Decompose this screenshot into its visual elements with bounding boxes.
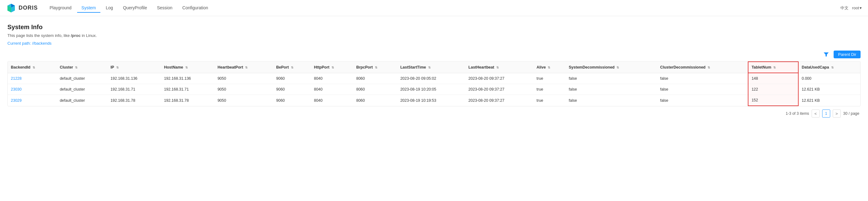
nav-configuration[interactable]: Configuration <box>178 3 213 13</box>
cell-datausedcapa-0: 0.000 <box>798 73 860 84</box>
table-row: 23030default_cluster192.168.31.71192.168… <box>8 84 860 95</box>
col-header-datausedcapa[interactable]: DataUsedCapa ⇅ <box>798 62 860 73</box>
cell-clusterdecommissioned-1: false <box>657 84 748 95</box>
cell-tabletnum-1: 122 <box>748 84 798 95</box>
cell-systemdecommissioned-2: false <box>566 95 657 106</box>
cell-datausedcapa-1: 12.621 KB <box>798 84 860 95</box>
cell-ip-2: 192.168.31.78 <box>107 95 161 106</box>
filter-button[interactable] <box>822 50 831 59</box>
cell-beport-0: 9060 <box>273 73 311 84</box>
cell-alive-0: true <box>533 73 566 84</box>
username: root <box>852 6 859 10</box>
brand-name: DORIS <box>19 5 38 11</box>
cell-backendid-0[interactable]: 21228 <box>8 73 57 84</box>
cell-backendid-2[interactable]: 23029 <box>8 95 57 106</box>
cell-datausedcapa-2: 12.621 KB <box>798 95 860 106</box>
col-header-systemdecommissioned[interactable]: SystemDecommissioned ⇅ <box>566 62 657 73</box>
sort-icon: ⇅ <box>496 66 499 69</box>
cell-cluster-2: default_cluster <box>57 95 107 106</box>
sort-icon: ⇅ <box>616 66 619 69</box>
nav-session[interactable]: Session <box>153 3 177 13</box>
cell-heartbeatport-1: 9050 <box>214 84 273 95</box>
cell-lastheartbeat-2: 2023-08-20 09:37:27 <box>465 95 533 106</box>
cell-brpcport-2: 8060 <box>353 95 397 106</box>
sort-icon: ⇅ <box>708 66 710 69</box>
nav-system[interactable]: System <box>77 3 100 13</box>
col-header-brpcport[interactable]: BrpcPort ⇅ <box>353 62 397 73</box>
cell-laststarttime-0: 2023-08-20 09:05:02 <box>397 73 465 84</box>
col-header-ip[interactable]: IP ⇅ <box>107 62 161 73</box>
cell-systemdecommissioned-1: false <box>566 84 657 95</box>
sort-icon: ⇅ <box>116 66 119 69</box>
cell-systemdecommissioned-0: false <box>566 73 657 84</box>
sort-icon: ⇅ <box>831 66 834 69</box>
logo-icon <box>6 3 16 13</box>
cell-hostname-0: 192.168.31.136 <box>161 73 214 84</box>
nav-playground[interactable]: Playground <box>45 3 76 13</box>
col-header-tabletnum[interactable]: TabletNum ⇅ <box>748 62 798 73</box>
parent-dir-button[interactable]: Parent Dir <box>834 51 861 58</box>
cell-backendid-1[interactable]: 23030 <box>8 84 57 95</box>
cell-beport-1: 9060 <box>273 84 311 95</box>
language-switcher[interactable]: 中文 <box>840 5 848 11</box>
page-title: System Info <box>7 24 861 31</box>
col-header-lastheartbeat[interactable]: LastHeartbeat ⇅ <box>465 62 533 73</box>
cell-lastheartbeat-1: 2023-08-20 09:37:27 <box>465 84 533 95</box>
page-description: This page lists the system info, like /p… <box>7 33 861 38</box>
col-header-httpport[interactable]: HttpPort ⇅ <box>311 62 353 73</box>
col-header-clusterdecommissioned[interactable]: ClusterDecommissioned ⇅ <box>657 62 748 73</box>
sort-icon: ⇅ <box>375 66 377 69</box>
next-page-button[interactable]: > <box>833 110 841 118</box>
data-table-wrap: BackendId ⇅ Cluster ⇅ IP ⇅ HostName ⇅ He… <box>7 61 861 106</box>
cell-hostname-1: 192.168.31.71 <box>161 84 214 95</box>
cell-ip-0: 192.168.31.136 <box>107 73 161 84</box>
col-header-cluster[interactable]: Cluster ⇅ <box>57 62 107 73</box>
cell-httpport-0: 8040 <box>311 73 353 84</box>
table-row: 21228default_cluster192.168.31.136192.16… <box>8 73 860 84</box>
table-row: 23029default_cluster192.168.31.78192.168… <box>8 95 860 106</box>
prev-page-button[interactable]: < <box>812 110 820 118</box>
cell-brpcport-0: 8060 <box>353 73 397 84</box>
nav-queryprofile[interactable]: QueryProfile <box>119 3 152 13</box>
header-row: BackendId ⇅ Cluster ⇅ IP ⇅ HostName ⇅ He… <box>8 62 860 73</box>
page-size-selector[interactable]: 30 / page <box>843 111 859 116</box>
toolbar-row: Parent Dir <box>7 50 861 59</box>
nav-log[interactable]: Log <box>102 3 117 13</box>
cell-ip-1: 192.168.31.71 <box>107 84 161 95</box>
sort-icon: ⇅ <box>75 66 78 69</box>
desc-text-1: This page lists the system info, like <box>7 33 71 38</box>
sort-icon: ⇅ <box>33 66 35 69</box>
sort-icon: ⇅ <box>185 66 188 69</box>
cell-beport-2: 9060 <box>273 95 311 106</box>
cell-httpport-1: 8040 <box>311 84 353 95</box>
cell-tabletnum-0: 148 <box>748 73 798 84</box>
col-header-laststarttime[interactable]: LastStartTime ⇅ <box>397 62 465 73</box>
current-path[interactable]: Current path: //backends <box>7 41 861 46</box>
user-menu[interactable]: root ▾ <box>852 6 862 10</box>
table-header: BackendId ⇅ Cluster ⇅ IP ⇅ HostName ⇅ He… <box>8 62 860 73</box>
col-header-backendid[interactable]: BackendId ⇅ <box>8 62 57 73</box>
col-header-hostname[interactable]: HostName ⇅ <box>161 62 214 73</box>
col-header-beport[interactable]: BePort ⇅ <box>273 62 311 73</box>
sort-icon: ⇅ <box>291 66 293 69</box>
cell-laststarttime-2: 2023-08-19 10:19:53 <box>397 95 465 106</box>
logo: DORIS <box>6 3 38 13</box>
cell-brpcport-1: 8060 <box>353 84 397 95</box>
col-header-heartbeatport[interactable]: HeartbeatPort ⇅ <box>214 62 273 73</box>
header: DORIS Playground System Log QueryProfile… <box>0 0 868 16</box>
cell-httpport-2: 8040 <box>311 95 353 106</box>
cell-laststarttime-1: 2023-08-19 10:20:05 <box>397 84 465 95</box>
filter-icon <box>824 52 829 57</box>
cell-alive-1: true <box>533 84 566 95</box>
svg-marker-3 <box>824 52 829 56</box>
pagination-row: 1-3 of 3 items < 1 > 30 / page <box>7 106 861 121</box>
cell-heartbeatport-0: 9050 <box>214 73 273 84</box>
cell-cluster-0: default_cluster <box>57 73 107 84</box>
sort-icon: ⇅ <box>245 66 248 69</box>
page-1-button[interactable]: 1 <box>822 110 830 118</box>
table-body: 21228default_cluster192.168.31.136192.16… <box>8 73 860 106</box>
desc-text-2: in Linux. <box>81 33 97 38</box>
sort-icon: ⇅ <box>428 66 431 69</box>
cell-clusterdecommissioned-0: false <box>657 73 748 84</box>
col-header-alive[interactable]: Alive ⇅ <box>533 62 566 73</box>
